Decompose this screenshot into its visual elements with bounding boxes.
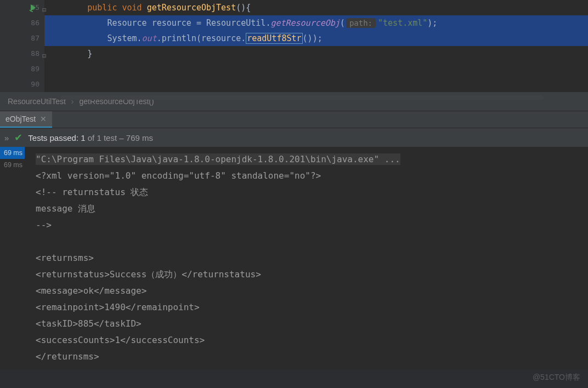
run-tool-window: 69 ms 69 ms "C:\Program Files\Java\java-… xyxy=(0,147,588,369)
console-line: <returnsms> xyxy=(36,250,577,266)
fold-handle-icon[interactable]: ⊟ xyxy=(42,48,46,64)
method-call: readUtf8Str xyxy=(246,33,302,44)
breadcrumb-item[interactable]: ResourceUtilTest xyxy=(8,97,66,106)
method-call: println xyxy=(162,33,196,43)
close-icon[interactable]: ✕ xyxy=(40,115,47,123)
editor-gutter: 85 86 87 88 89 90 xyxy=(0,0,44,92)
horizontal-scrollbar[interactable] xyxy=(61,95,544,100)
operator: = xyxy=(196,18,201,28)
passed-count: 1 xyxy=(81,133,85,142)
type: System xyxy=(107,33,137,43)
string-literal: "test.xml" xyxy=(378,18,427,28)
console-command: "C:\Program Files\Java\java-1.8.0-openjd… xyxy=(36,153,400,165)
static-field: out xyxy=(142,33,157,43)
console-line: </returnsms> xyxy=(36,349,577,365)
console-line: <remainpoint>1490</remainpoint> xyxy=(36,299,577,316)
test-tree[interactable]: 69 ms 69 ms xyxy=(0,147,25,369)
code-text: ); xyxy=(427,18,437,28)
code-line[interactable]: Resource resource = ResourceUtil.getReso… xyxy=(44,15,588,31)
console-line: <successCounts>1</successCounts> xyxy=(36,332,577,349)
check-icon: ✔ xyxy=(14,132,22,144)
code-line[interactable]: } xyxy=(44,46,588,61)
test-duration[interactable]: 69 ms xyxy=(0,147,25,159)
type: Resource xyxy=(107,18,146,28)
console-line: <returnstatus>Success（成功）</returnstatus> xyxy=(36,266,577,283)
identifier: resource xyxy=(152,18,191,28)
keyword: public xyxy=(87,3,117,13)
console-line: --> xyxy=(36,217,577,233)
static-method: getResourceObj xyxy=(270,18,340,28)
line-number[interactable]: 87 xyxy=(0,31,39,46)
type: ResourceUtil xyxy=(206,18,265,28)
tab-label: eObjTest xyxy=(5,115,36,123)
status-text: Tests passed: xyxy=(28,133,78,142)
code-panel[interactable]: ⊟ ⊟ public void getResourceObjTest(){ Re… xyxy=(44,0,588,92)
test-status-bar: » ✔ Tests passed: 1 of 1 test – 769 ms xyxy=(0,128,588,147)
console-line: <!-- returnstatus 状态 xyxy=(36,184,577,201)
keyword: void xyxy=(122,3,142,13)
console-output[interactable]: "C:\Program Files\Java\java-1.8.0-openjd… xyxy=(25,147,588,369)
status-suffix: of 1 test – 769 ms xyxy=(88,133,153,142)
line-number[interactable]: 86 xyxy=(0,15,39,31)
code-text: (){ xyxy=(236,3,251,13)
editor-area: 85 86 87 88 89 90 ⊟ ⊟ public void getRes… xyxy=(0,0,588,92)
test-duration[interactable]: 69 ms xyxy=(0,159,25,171)
identifier: resource xyxy=(201,33,241,43)
console-line: <?xml version="1.0" encoding="utf-8" sta… xyxy=(36,168,577,184)
chevron-right-icon[interactable]: » xyxy=(4,133,9,142)
tool-window-tabs: eObjTest ✕ xyxy=(0,111,588,128)
code-text: ()); xyxy=(303,33,323,43)
fold-handle-icon[interactable]: ⊟ xyxy=(42,2,46,18)
method-name: getResourceObjTest xyxy=(147,3,236,13)
line-number[interactable]: 85 xyxy=(0,0,39,15)
console-line: <message>ok</message> xyxy=(36,283,577,299)
console-line: <taskID>885</taskID> xyxy=(36,316,577,332)
line-number[interactable]: 89 xyxy=(0,61,39,77)
parameter-hint: path: xyxy=(346,18,376,28)
run-configuration-tab[interactable]: eObjTest ✕ xyxy=(0,111,52,128)
code-line[interactable] xyxy=(44,61,588,77)
code-line[interactable]: System.out.println(resource.readUtf8Str(… xyxy=(44,31,588,46)
watermark: @51CTO博客 xyxy=(533,373,580,383)
code-text: } xyxy=(87,49,92,59)
line-number[interactable]: 90 xyxy=(0,77,39,92)
code-line[interactable] xyxy=(44,77,588,92)
console-line xyxy=(36,233,577,250)
line-number[interactable]: 88 xyxy=(0,46,39,61)
code-line[interactable]: public void getResourceObjTest(){ xyxy=(44,0,588,15)
console-line: message 消息 xyxy=(36,201,577,217)
